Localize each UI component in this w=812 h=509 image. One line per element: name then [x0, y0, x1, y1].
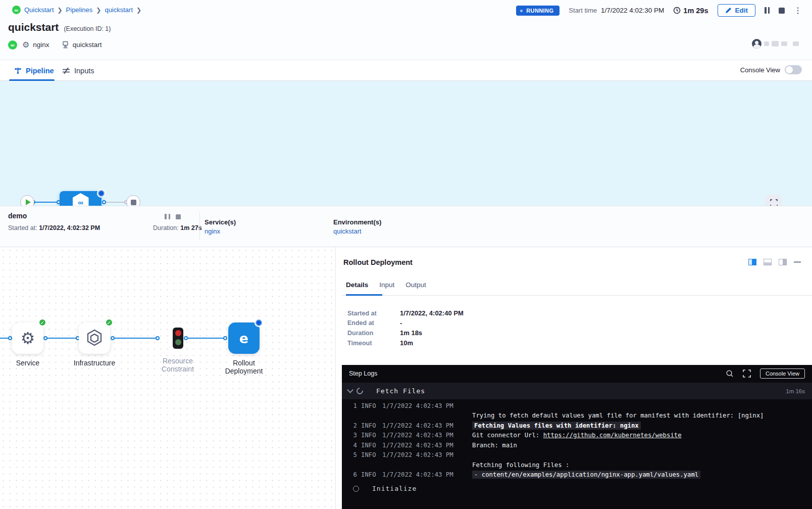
breadcrumb-pipeline-name[interactable]: quickstart	[105, 6, 133, 14]
breadcrumb-pipelines[interactable]: Pipelines	[66, 6, 93, 14]
pause-execution-button[interactable]	[765, 7, 770, 14]
duration-value: 1m 27s	[180, 224, 201, 232]
edit-button[interactable]: Edit	[718, 4, 756, 17]
step-details-rows: Started at 1/7/2022, 4:02:40 PM Ended at…	[347, 308, 560, 348]
environment-icon	[62, 41, 69, 49]
execution-graph[interactable]	[0, 247, 335, 509]
link-dot	[102, 200, 106, 204]
service-link[interactable]: nginx	[205, 227, 220, 235]
step-label-resource-constraint: Resource Constraint	[155, 357, 200, 373]
traffic-light-green-icon	[175, 339, 181, 345]
layout-split-bottom-button[interactable]	[764, 259, 772, 265]
link-dot	[8, 336, 12, 340]
log-row: 1 INFO 1/7/2022 4:02:43 PM	[342, 401, 812, 411]
console-view-label: Console View	[740, 66, 780, 74]
traffic-light-red-icon	[175, 330, 181, 336]
stage-canvas[interactable]: ∞ demo + −	[0, 81, 812, 206]
expand-icon[interactable]	[743, 369, 751, 378]
tab-pipeline[interactable]: Pipeline	[14, 60, 54, 81]
stage-info-bar: demo Started at: 1/7/2022, 4:02:32 PM Du…	[0, 206, 812, 247]
graph-link	[186, 338, 226, 339]
tab-input[interactable]: Input	[379, 281, 394, 295]
start-time-value: 1/7/2022 4:02:30 PM	[601, 7, 664, 14]
step-node-rollout-deployment[interactable]: e	[228, 322, 260, 354]
layout-split-right-button[interactable]	[779, 259, 787, 265]
stage-stop-button[interactable]	[176, 214, 181, 219]
layout-split-vertical-button[interactable]	[748, 259, 756, 265]
chevron-right-icon: ❯	[58, 7, 63, 14]
service-tag[interactable]: ⚙ nginx	[22, 40, 49, 50]
tab-inputs[interactable]: Inputs	[62, 60, 94, 81]
tab-output[interactable]: Output	[405, 281, 426, 295]
tab-details[interactable]: Details	[346, 281, 368, 295]
log-section-initialize[interactable]: Initialize	[342, 480, 812, 497]
step-logs-console: Step Logs Console View Fetch Files 1m 16…	[342, 365, 812, 509]
link-dot	[223, 336, 227, 340]
log-timestamp: 1/7/2022 4:02:43 PM	[382, 402, 468, 409]
more-options-icon[interactable]: ⋮	[794, 7, 802, 15]
avatar[interactable]	[752, 39, 762, 49]
play-icon	[26, 199, 31, 205]
console-view-button[interactable]: Console View	[760, 368, 805, 379]
redacted-text	[781, 41, 787, 46]
environment-link[interactable]: quickstart	[333, 227, 362, 235]
detail-value: -	[400, 319, 402, 327]
log-level: INFO	[361, 442, 378, 449]
view-tabbar: Pipeline Inputs Console View	[0, 60, 812, 81]
step-node-resource-constraint[interactable]	[173, 328, 183, 349]
breadcrumb: ∞ Quickstart ❯ Pipelines ❯ quickstart ❯	[12, 6, 141, 14]
log-timestamp: 1/7/2022 4:02:43 PM	[382, 422, 468, 429]
step-node-infrastructure[interactable]	[79, 322, 110, 354]
log-lines: 1 INFO 1/7/2022 4:02:43 PM Trying to fet…	[342, 401, 812, 480]
search-icon[interactable]	[726, 369, 734, 378]
link-dot	[43, 336, 47, 340]
minimize-panel-button[interactable]	[794, 261, 801, 263]
started-at-value: 1/7/2022, 4:02:32 PM	[39, 224, 100, 232]
chevron-right-icon: ❯	[96, 7, 101, 14]
step-label-rollout-deployment: Rollout Deployment	[219, 359, 269, 375]
step-label-service: Service	[7, 359, 49, 367]
log-timestamp: 1/7/2022 4:02:43 PM	[382, 442, 468, 449]
pencil-icon	[725, 7, 732, 14]
console-view-toggle[interactable]	[785, 65, 802, 74]
stop-execution-button[interactable]	[779, 8, 785, 14]
log-row: 5 INFO 1/7/2022 4:02:43 PM	[342, 450, 812, 460]
detail-label: Duration	[347, 330, 400, 337]
stage-name: demo	[8, 212, 27, 220]
environment-tag[interactable]: quickstart	[62, 41, 102, 49]
cd-module-icon: ∞	[12, 6, 21, 14]
log-line-number: 6	[347, 471, 357, 478]
services-label: Service(s)	[205, 218, 236, 226]
log-link[interactable]: https://github.com/kubernetes/website	[543, 432, 682, 439]
link-dot	[156, 336, 160, 340]
log-row: Fetching following Files :	[342, 460, 812, 470]
detail-label: Started at	[347, 310, 400, 317]
link-dot	[111, 336, 115, 340]
breadcrumb-quickstart[interactable]: Quickstart	[24, 6, 54, 14]
log-row: 2 INFO 1/7/2022 4:02:43 PM Fetching Valu…	[342, 421, 812, 431]
step-running-spinner-icon	[255, 318, 263, 327]
log-level: INFO	[361, 422, 378, 429]
log-line-number: 5	[347, 451, 357, 458]
log-timestamp: 1/7/2022 4:02:43 PM	[382, 451, 468, 458]
detail-label: Ended at	[347, 319, 400, 327]
stage-pause-button[interactable]	[165, 214, 170, 219]
pending-circle-icon	[353, 486, 359, 492]
log-timestamp: 1/7/2022 4:02:43 PM	[382, 471, 468, 478]
elapsed-time: 1m 29s	[673, 7, 708, 15]
log-level: INFO	[361, 402, 378, 409]
inputs-icon	[62, 67, 70, 74]
log-section-name: Initialize	[372, 485, 417, 492]
user-info	[752, 39, 799, 49]
detail-row: Timeout 10m	[347, 338, 560, 348]
step-label-infrastructure: Infrastructure	[66, 359, 123, 367]
rollout-icon: e	[239, 331, 248, 346]
log-row: Trying to fetch default values yaml file…	[342, 411, 812, 421]
log-section-fetch-files[interactable]: Fetch Files 1m 16s	[342, 383, 812, 399]
step-node-service[interactable]: ⚙	[12, 322, 43, 354]
loading-spinner-icon	[355, 386, 364, 395]
log-message: Fetching Values files with identifier: n…	[472, 422, 641, 430]
log-level: INFO	[361, 451, 378, 458]
log-message: Git connector Url: https://github.com/ku…	[472, 432, 682, 439]
redacted-text	[764, 41, 769, 46]
